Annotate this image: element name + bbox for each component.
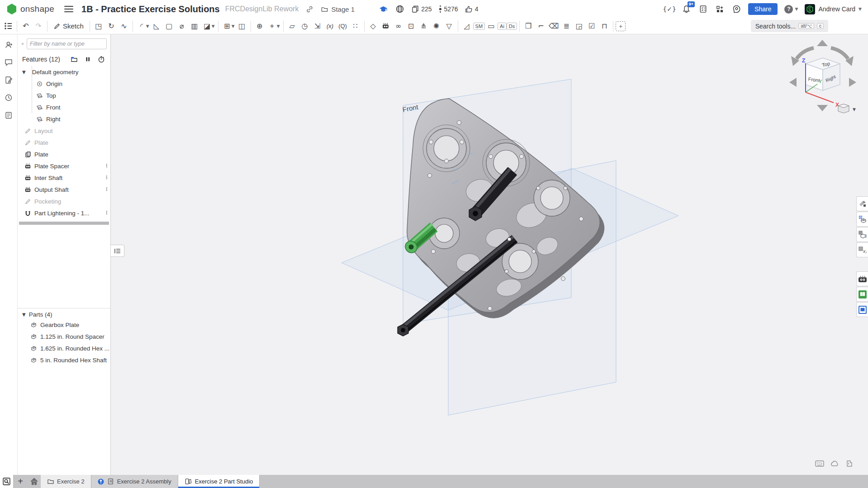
tilt-down-icon[interactable] [817, 105, 828, 111]
modify-fillet-icon[interactable]: ≣ [560, 20, 573, 33]
featurescript-icon[interactable]: {✓} [664, 4, 674, 14]
variable-lookup-icon[interactable]: (Q) [337, 20, 349, 33]
help-caret-icon[interactable]: ▼ [795, 7, 798, 11]
origin-marker[interactable] [508, 237, 511, 241]
derived-icon[interactable]: ⇲ [311, 20, 324, 33]
tree-item-default-geometry[interactable]: ▼ Default geometry [18, 66, 110, 78]
part-item-round-spacer[interactable]: 1.125 in. Round Spacer [18, 331, 110, 342]
avatar[interactable] [805, 4, 815, 14]
move-face-icon[interactable]: ⌐ [535, 20, 547, 33]
suppress-icon[interactable] [83, 54, 92, 64]
collaborators-icon[interactable] [4, 40, 14, 50]
belt-icon[interactable]: ⋔ [417, 20, 430, 33]
gear-icon[interactable]: ✺ [430, 20, 443, 33]
filter-input[interactable] [27, 38, 107, 49]
cloud-status-icon[interactable] [830, 459, 840, 469]
rollback-bar[interactable] [19, 222, 109, 225]
pan-right-icon[interactable] [849, 78, 856, 87]
tilt-up-icon[interactable] [817, 40, 828, 46]
green-library-panel-tab[interactable] [856, 287, 868, 302]
row-menu-icon[interactable]: ⁝ [106, 162, 108, 169]
featurescript-robot-icon[interactable] [379, 20, 392, 33]
draft-menu-icon[interactable]: ▼ [212, 24, 215, 28]
part-item-hex-shaft[interactable]: 5 in. Rounded Hex Shaft [18, 354, 110, 366]
tree-item-right-plane[interactable]: Right [18, 113, 110, 125]
workspace-breadcrumb[interactable]: Stage 1 [321, 5, 355, 13]
sheet-metal-chip[interactable]: SM [473, 23, 485, 30]
likes-counter[interactable]: 4 [465, 5, 479, 13]
tab-exercise-2-part-studio[interactable]: Exercise 2 Part Studio [178, 475, 260, 488]
configured-features-panel-tab[interactable]: } [856, 227, 868, 242]
configurations-panel-tab[interactable] [856, 212, 868, 227]
tree-item-part-lightening[interactable]: Part Lightening - 1... ⁝ [18, 207, 110, 219]
new-tab-button[interactable]: + [14, 475, 27, 488]
share-button[interactable]: Share [748, 3, 778, 15]
tab-exercise-2[interactable]: Exercise 2 [41, 475, 91, 488]
filter-icon[interactable] [21, 40, 24, 48]
main-menu-icon[interactable] [64, 4, 73, 14]
fillet-menu-icon[interactable]: ▼ [146, 24, 149, 28]
view-options-button[interactable]: ▼ [838, 104, 856, 113]
tree-item-output-shaft[interactable]: Output Shaft ⁝ [18, 184, 110, 195]
collapse-icon[interactable]: ▼ [22, 70, 26, 75]
onshape-logo[interactable]: onshape [6, 3, 54, 15]
feature-list-toggle-icon[interactable] [2, 20, 14, 33]
tree-item-inter-shaft[interactable]: Inter Shaft ⁝ [18, 172, 110, 184]
user-menu-caret-icon[interactable]: ▼ [859, 7, 862, 11]
parts-collapse-icon[interactable]: ▼ [22, 312, 26, 317]
ai-chip[interactable]: Ai [498, 23, 507, 30]
part-item-gearbox-plate[interactable]: Gearbox Plate [18, 319, 110, 331]
custom-feature-icon[interactable]: ⊡ [405, 20, 417, 33]
new-folder-icon[interactable] [70, 54, 79, 64]
view-cube[interactable]: Top Front Right Z X Y ▼ [786, 38, 860, 116]
comments-icon[interactable] [4, 57, 14, 67]
primitive-cube-icon[interactable]: ◇ [367, 20, 379, 33]
pattern-menu-icon[interactable]: ▼ [232, 24, 235, 28]
revolve-icon[interactable]: ↻ [105, 20, 118, 33]
check-interference-icon[interactable]: ☑ [585, 20, 598, 33]
tree-item-front-plane[interactable]: Front [18, 101, 110, 113]
variable-icon[interactable]: (x) [324, 20, 337, 33]
tasks-icon[interactable] [698, 4, 708, 14]
blue-library-panel-tab[interactable] [856, 302, 868, 317]
copies-counter[interactable]: 225 [412, 5, 432, 13]
extrude-icon[interactable]: ◳ [92, 20, 105, 33]
ai-advisor-icon[interactable] [731, 4, 741, 14]
transform-menu-icon[interactable]: ▼ [277, 24, 280, 28]
tree-item-plate-sketch[interactable]: Plate [18, 137, 110, 148]
exploded-view-icon[interactable]: ∷ [349, 20, 362, 33]
panel-flyout-handle[interactable] [111, 245, 124, 257]
undo-icon[interactable]: ↶ [19, 20, 32, 33]
row-menu-icon[interactable]: ⁝ [106, 185, 108, 192]
user-name[interactable]: Andrew Card [818, 5, 855, 13]
tree-item-top-plane[interactable]: Top [18, 90, 110, 101]
delete-face-icon[interactable]: ⌫ [547, 20, 560, 33]
regen-time-icon[interactable] [97, 54, 106, 64]
apps-grid-icon[interactable] [715, 4, 725, 14]
filter-feature-icon[interactable]: ▽ [443, 20, 455, 33]
document-title[interactable]: 1B - Practice Exercise Solutions [81, 4, 220, 14]
history-icon[interactable] [4, 93, 14, 103]
tree-item-layout-sketch[interactable]: Layout [18, 125, 110, 137]
followers-counter[interactable]: 5276 [439, 5, 458, 13]
redo-icon[interactable]: ↷ [32, 20, 45, 33]
plane-icon[interactable]: ▱ [286, 20, 299, 33]
nameplate-icon[interactable]: ▭ [485, 20, 498, 33]
tree-item-plate-extrude[interactable]: Plate [18, 148, 110, 160]
release-notes-icon[interactable] [4, 110, 14, 120]
sheet-metal-bend-icon[interactable]: ◿ [460, 20, 473, 33]
tree-item-plate-spacer[interactable]: Plate Spacer ⁝ [18, 160, 110, 172]
fill-surface-icon[interactable]: ◲ [573, 20, 585, 33]
pan-left-icon[interactable] [789, 78, 797, 87]
rib-icon[interactable]: ▥ [188, 20, 201, 33]
chain-icon[interactable]: ∞ [392, 20, 405, 33]
rotate-right-icon[interactable] [831, 48, 848, 59]
search-tabs-button[interactable] [0, 475, 14, 488]
notifications-bell-icon[interactable]: 9+ [681, 4, 691, 14]
mkcad-docs-panel-tab[interactable] [856, 271, 868, 286]
add-custom-tool-button[interactable]: ＋ [616, 21, 626, 31]
search-tools-box[interactable]: Search tools... alt/⌥ c [751, 20, 828, 32]
ds-chip[interactable]: Ds [507, 23, 517, 30]
row-menu-icon[interactable]: ⁝ [106, 209, 108, 216]
row-menu-icon[interactable]: ⁝ [106, 174, 108, 180]
